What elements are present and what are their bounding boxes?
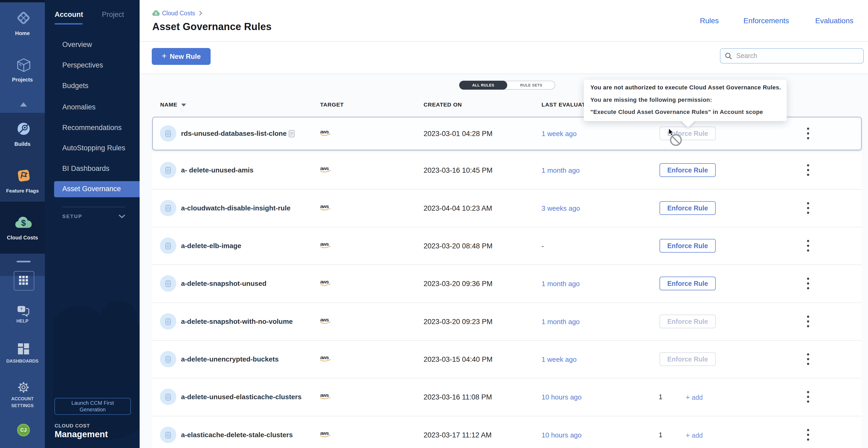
svg-text:$: $ (155, 11, 157, 15)
svg-text:aws: aws (320, 430, 329, 436)
svg-text:?: ? (20, 307, 23, 311)
svg-text:aws: aws (320, 317, 329, 322)
svg-text:aws: aws (320, 129, 329, 135)
svg-text:$: $ (21, 218, 26, 228)
svg-text:aws: aws (320, 279, 329, 284)
svg-text:aws: aws (320, 242, 329, 247)
svg-text:aws: aws (320, 392, 329, 398)
svg-text:aws: aws (320, 204, 329, 209)
svg-text:aws: aws (320, 166, 329, 171)
svg-text:aws: aws (320, 355, 329, 360)
